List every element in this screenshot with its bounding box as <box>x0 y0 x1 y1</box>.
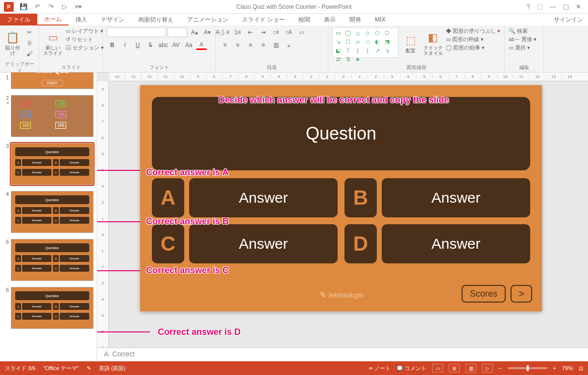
zoom-out-icon[interactable]: − <box>499 365 502 371</box>
status-language[interactable]: 英語 (英国) <box>99 365 125 372</box>
question-box[interactable]: Question <box>152 97 530 170</box>
redo-icon[interactable]: ↷ <box>47 3 55 11</box>
select-button[interactable]: ▭ 選択 ▾ <box>509 44 537 51</box>
answer-c-letter[interactable]: C <box>152 224 184 263</box>
answer-a-letter[interactable]: A <box>152 178 184 217</box>
cut-icon[interactable]: ✂ <box>24 27 35 37</box>
increase-indent-icon[interactable]: ⇥ <box>258 27 269 37</box>
ribbon-options-icon[interactable]: ⬚ <box>537 3 543 10</box>
line-spacing-icon[interactable]: ↕≡ <box>270 27 281 37</box>
normal-view-icon[interactable]: ▭ <box>432 364 443 373</box>
section-button[interactable]: ▤ セクション ▾ <box>66 44 104 51</box>
qat-more-icon[interactable]: ≡▾ <box>74 3 82 11</box>
sorter-view-icon[interactable]: ⊞ <box>449 364 460 373</box>
save-icon[interactable]: 💾 <box>20 3 27 11</box>
columns-icon[interactable]: ▥ <box>270 40 281 50</box>
status-theme[interactable]: "Office テーマ" <box>43 365 78 372</box>
slideshow-view-icon[interactable]: ▷ <box>482 364 493 373</box>
slide-editor[interactable]: 141312111098765432101234567891011121314 … <box>97 72 588 361</box>
reading-view-icon[interactable]: ▥ <box>466 364 476 373</box>
tab-insert[interactable]: 挿入 <box>69 14 94 25</box>
shadow-icon[interactable]: abc <box>158 40 169 50</box>
numbering-icon[interactable]: 1≡ <box>232 27 243 37</box>
text-direction-icon[interactable]: ↕A <box>283 27 294 37</box>
font-size-input[interactable] <box>168 27 187 37</box>
undo-icon[interactable]: ↶ <box>33 3 41 11</box>
justify-icon[interactable]: ≡ <box>258 40 269 50</box>
start-from-beginning-icon[interactable]: ▷ <box>61 3 69 11</box>
tab-file[interactable]: ファイル <box>0 14 37 25</box>
sign-in-link[interactable]: サインイン <box>549 14 588 25</box>
thumbnail-2[interactable]: 188 188 188 188 188 188 <box>11 95 94 137</box>
answer-b-letter[interactable]: B <box>344 178 377 217</box>
align-right-icon[interactable]: ≡ <box>245 40 256 50</box>
zoom-slider[interactable] <box>508 367 547 369</box>
align-center-icon[interactable]: ≡ <box>232 40 243 50</box>
reset-button[interactable]: ↺ リセット <box>66 36 104 43</box>
change-case-icon[interactable]: Aa <box>183 40 194 50</box>
quick-styles-button[interactable]: ◧クイック スタイル <box>423 27 443 60</box>
tab-design[interactable]: デザイン <box>94 14 131 25</box>
answer-a-text[interactable]: Answer <box>189 178 338 217</box>
scores-button[interactable]: Scores <box>462 285 506 303</box>
notes-pane[interactable]: A: Correct <box>97 348 588 361</box>
fit-to-window-icon[interactable]: ⊡ <box>579 365 583 372</box>
strikethrough-icon[interactable]: S̶ <box>145 40 156 50</box>
shape-effects-button[interactable]: ◯ 図形の効果 ▾ <box>446 44 500 51</box>
font-name-input[interactable] <box>107 27 166 37</box>
answer-b-text[interactable]: Answer <box>382 178 530 217</box>
find-button[interactable]: 🔍 検索 <box>509 27 537 35</box>
minimize-icon[interactable]: — <box>550 3 556 10</box>
tab-view[interactable]: 表示 <box>317 14 343 25</box>
status-spellcheck-icon[interactable]: ✎ <box>87 365 91 372</box>
underline-icon[interactable]: U <box>132 40 143 50</box>
bullets-icon[interactable]: ⋮≡ <box>220 27 230 37</box>
answer-c-text[interactable]: Answer <box>189 224 338 263</box>
thumbnail-1[interactable]: Class Quiz START <box>11 72 94 89</box>
thumbnail-3[interactable]: Question AAnswerBAnswer CAnswerDAnswer <box>11 143 94 185</box>
help-icon[interactable]: ? <box>527 3 530 10</box>
bold-icon[interactable]: B <box>107 40 118 50</box>
tab-developer[interactable]: 開発 <box>343 14 368 25</box>
layout-button[interactable]: ▭ レイアウト ▾ <box>66 27 104 35</box>
italic-icon[interactable]: I <box>120 40 130 50</box>
answer-d-text[interactable]: Answer <box>382 224 530 263</box>
zoom-level[interactable]: 79% <box>562 365 573 371</box>
notes-toggle[interactable]: ≐ ノート <box>368 365 391 372</box>
tab-home[interactable]: ホーム <box>37 14 69 25</box>
status-slide-number[interactable]: スライド 3/6 <box>5 365 35 372</box>
tab-animations[interactable]: アニメーション <box>180 14 235 25</box>
thumbnail-6[interactable]: Question AAnswerBAnswer CAnswerDAnswer <box>11 287 94 329</box>
answer-d-letter[interactable]: D <box>344 224 377 263</box>
align-left-icon[interactable]: ≡ <box>220 40 230 50</box>
close-icon[interactable]: ✕ <box>576 3 581 10</box>
next-button[interactable]: > <box>511 285 532 303</box>
tab-transitions[interactable]: 画面切り替え <box>131 14 180 25</box>
comments-toggle[interactable]: 💬 コメント <box>396 365 426 372</box>
zoom-in-icon[interactable]: + <box>553 365 556 371</box>
thumbnail-4[interactable]: Question AAnswerBAnswer CAnswerDAnswer <box>11 191 94 233</box>
shapes-gallery[interactable]: ▭◯△◇⬠⬡↘ ☐▱⬭◐⬔⬕⤴ {}↗↘⇄⇅★ <box>332 27 398 58</box>
slide-thumbnails-panel[interactable]: 1 Class Quiz START 2* 188 188 188 188 18… <box>0 72 97 361</box>
char-spacing-icon[interactable]: AV <box>171 40 181 50</box>
slide-canvas[interactable]: Question AAnswer BAnswer CAnswer DAnswer… <box>140 85 542 311</box>
replace-button[interactable]: ab↔ 置換 ▾ <box>509 36 537 43</box>
decrease-indent-icon[interactable]: ⇤ <box>245 27 256 37</box>
font-color-icon[interactable]: A <box>196 40 207 50</box>
paste-button[interactable]: 📋貼り付け <box>4 27 21 60</box>
tab-mix[interactable]: MIX <box>368 14 392 25</box>
decrease-font-icon[interactable]: A▾ <box>202 27 213 37</box>
convert-smartart-icon[interactable]: ⟁ <box>283 40 294 50</box>
increase-font-icon[interactable]: A▴ <box>189 27 200 37</box>
align-text-icon[interactable]: ▭ <box>296 27 307 37</box>
tab-slideshow[interactable]: スライド ショー <box>235 14 292 25</box>
maximize-icon[interactable]: ▢ <box>563 3 569 10</box>
arrange-button[interactable]: ⬚配置 <box>401 27 420 60</box>
format-painter-icon[interactable]: 🖌 <box>24 49 35 59</box>
shape-outline-button[interactable]: ▭ 図形の枠線 ▾ <box>446 36 500 43</box>
thumbnail-5[interactable]: Question AAnswerBAnswer CAnswerDAnswer <box>11 239 94 281</box>
tab-review[interactable]: 校閲 <box>292 14 317 25</box>
copy-icon[interactable]: ⎘ <box>24 38 35 48</box>
shape-fill-button[interactable]: ◆ 図形の塗りつぶし ▾ <box>446 27 500 35</box>
new-slide-button[interactable]: ▭新しい スライド <box>43 27 63 60</box>
